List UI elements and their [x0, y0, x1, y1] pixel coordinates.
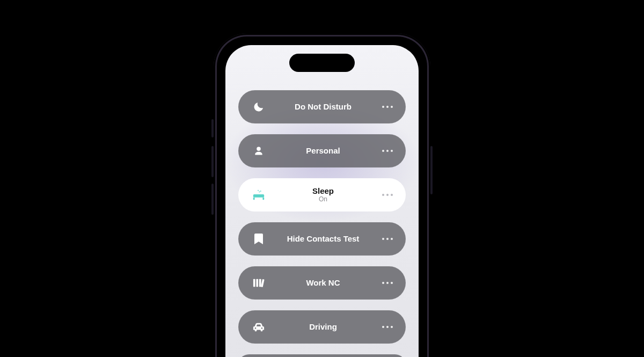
focus-label: Work NC [306, 278, 340, 287]
phone-side-button [430, 146, 433, 194]
more-icon[interactable] [379, 326, 396, 328]
focus-pill-driving[interactable]: Driving [238, 310, 406, 344]
focus-pill-work[interactable]: Work NC [238, 266, 406, 300]
more-icon[interactable] [379, 150, 396, 152]
focus-sublabel: On [319, 196, 327, 203]
svg-rect-9 [261, 279, 265, 287]
phone-bezel: Do Not Disturb Personal [217, 37, 427, 357]
focus-label: Driving [309, 322, 337, 331]
more-icon[interactable] [379, 238, 396, 240]
phone-frame: Do Not Disturb Personal [214, 33, 430, 357]
more-icon[interactable] [379, 106, 396, 108]
svg-point-1 [260, 191, 261, 192]
focus-pill-next[interactable] [238, 354, 406, 357]
focus-label: Do Not Disturb [295, 102, 352, 111]
more-icon[interactable] [379, 194, 396, 196]
focus-label: Sleep [312, 186, 334, 195]
svg-point-2 [259, 192, 260, 193]
svg-point-0 [258, 190, 259, 191]
person-icon [250, 145, 267, 156]
svg-rect-3 [253, 194, 264, 198]
phone-volume-up [211, 146, 214, 177]
focus-label: Personal [306, 146, 340, 155]
svg-rect-8 [259, 279, 261, 287]
focus-pill-dnd[interactable]: Do Not Disturb [238, 90, 406, 123]
svg-rect-7 [256, 279, 258, 287]
phone-screen: Do Not Disturb Personal [225, 45, 419, 357]
focus-pill-sleep[interactable]: Sleep On [238, 178, 406, 212]
dynamic-island [289, 54, 355, 72]
svg-rect-4 [253, 198, 255, 200]
focus-pill-hide-contacts[interactable]: Hide Contacts Test [238, 222, 406, 256]
phone-silence-switch [211, 119, 214, 137]
svg-rect-5 [262, 198, 264, 200]
car-icon [250, 322, 267, 332]
phone-volume-down [211, 184, 214, 215]
books-icon [250, 278, 267, 288]
focus-list: Do Not Disturb Personal [238, 90, 406, 357]
moon-icon [250, 101, 267, 112]
bed-icon [250, 189, 267, 201]
focus-label: Hide Contacts Test [287, 234, 360, 243]
svg-rect-6 [253, 279, 255, 287]
focus-pill-personal[interactable]: Personal [238, 134, 406, 167]
bookmark-icon [250, 234, 267, 244]
more-icon[interactable] [379, 282, 396, 284]
